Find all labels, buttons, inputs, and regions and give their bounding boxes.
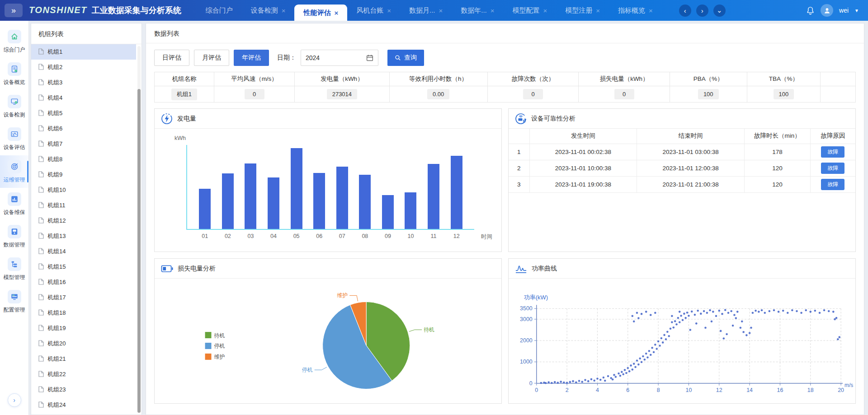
unit-item-机组15[interactable]: 机组15 — [31, 259, 136, 275]
tab-close-icon[interactable]: × — [387, 7, 391, 14]
unit-item-机组2[interactable]: 机组2 — [31, 60, 136, 75]
legend-marker-待机[interactable] — [205, 332, 212, 338]
x-tick-label: 0 — [535, 387, 538, 393]
sidebar-expand-button[interactable]: › — [8, 393, 21, 407]
home-icon — [8, 30, 21, 43]
unit-list-scrollbar-thumb[interactable] — [137, 89, 141, 413]
eval-button-日评估[interactable]: 日评估 — [154, 50, 189, 66]
unit-item-机组14[interactable]: 机组14 — [31, 244, 136, 259]
nav-tab-设备检测[interactable]: 设备检测× — [242, 0, 295, 21]
reliability-cell: 2023-11-01 21:00:38 — [637, 176, 745, 192]
legend-label-维护[interactable]: 维护 — [214, 354, 225, 360]
tab-close-icon[interactable]: × — [439, 7, 443, 14]
nav-tab-性能评估[interactable]: 性能评估× — [294, 5, 347, 21]
main-layout: 综合门户设备概览设备检测设备评估运维管理设备维保数据管理模型管理配置管理› 机组… — [0, 21, 868, 415]
calendar-icon[interactable] — [366, 54, 373, 61]
y-tick-label: 2000 — [520, 337, 533, 344]
eval-button-年评估[interactable]: 年评估 — [234, 50, 269, 66]
legend-label-停机[interactable]: 停机 — [214, 343, 225, 349]
unit-item-机组23[interactable]: 机组23 — [31, 382, 136, 397]
device-signal-icon — [515, 113, 527, 125]
sidebar-item-数据管理[interactable]: 数据管理 — [0, 220, 28, 253]
unit-item-机组19[interactable]: 机组19 — [31, 321, 136, 336]
unit-item-机组13[interactable]: 机组13 — [31, 228, 136, 244]
unit-item-机组20[interactable]: 机组20 — [31, 336, 136, 351]
tab-scroll-left-button[interactable]: ‹ — [679, 5, 691, 17]
unit-item-机组9[interactable]: 机组9 — [31, 167, 136, 182]
sidebar-item-设备概览[interactable]: 设备概览 — [0, 58, 28, 90]
date-picker[interactable] — [301, 50, 378, 66]
sidebar-item-模型管理[interactable]: 模型管理 — [0, 253, 28, 285]
tab-close-icon[interactable]: × — [334, 9, 338, 17]
summary-cell: 0 — [487, 86, 579, 103]
unit-item-机组4[interactable]: 机组4 — [31, 90, 136, 106]
fault-button[interactable]: 故障 — [821, 146, 844, 158]
unit-item-机组1[interactable]: 机组1 — [31, 44, 136, 60]
unit-item-机组5[interactable]: 机组5 — [31, 106, 136, 121]
bar — [291, 148, 302, 229]
legend-marker-停机[interactable] — [205, 343, 212, 349]
tab-close-icon[interactable]: × — [543, 7, 547, 14]
tab-menu-button[interactable]: ⌄ — [713, 5, 726, 17]
unit-item-机组22[interactable]: 机组22 — [31, 367, 136, 382]
content-panel: 数据列表 日评估月评估年评估 日期： 查询 机组名称平均风速（m/s）发电量（k… — [146, 23, 864, 415]
notification-bell-icon[interactable] — [806, 6, 815, 15]
battery-icon — [161, 264, 173, 274]
sidebar-item-运维管理[interactable]: 运维管理 — [0, 155, 28, 188]
loss-panel-header: 损失电量分析 — [155, 259, 501, 279]
sidebar-item-label: 运维管理 — [4, 176, 25, 184]
reliability-cell: 2023-11-01 12:00:38 — [637, 160, 745, 176]
sidebar-item-综合门户[interactable]: 综合门户 — [0, 25, 28, 58]
tab-label: 综合门户 — [206, 6, 233, 15]
unit-item-机组7[interactable]: 机组7 — [31, 136, 136, 152]
unit-item-机组3[interactable]: 机组3 — [31, 75, 136, 90]
summary-column-header: 发电量（kWh） — [295, 72, 389, 86]
sidebar-item-设备评估[interactable]: 设备评估 — [0, 123, 28, 155]
sidebar-item-设备维保[interactable]: 设备维保 — [0, 188, 28, 220]
nav-tab-数据月...[interactable]: 数据月...× — [400, 0, 452, 21]
unit-item-机组6[interactable]: 机组6 — [31, 121, 136, 136]
sidebar-item-配置管理[interactable]: 配置管理 — [0, 285, 28, 318]
sidebar-item-设备检测[interactable]: 设备检测 — [0, 90, 28, 123]
sidebar-item-label: 配置管理 — [4, 306, 25, 314]
query-button[interactable]: 查询 — [387, 50, 424, 66]
nav-tab-模型注册[interactable]: 模型注册× — [556, 0, 609, 21]
unit-item-机组16[interactable]: 机组16 — [31, 275, 136, 290]
fault-button[interactable]: 故障 — [821, 163, 844, 174]
nav-tab-综合门户[interactable]: 综合门户 — [197, 0, 242, 21]
tab-label: 数据年... — [461, 6, 487, 15]
unit-item-机组10[interactable]: 机组10 — [31, 182, 136, 198]
nav-tab-模型配置[interactable]: 模型配置× — [504, 0, 557, 21]
unit-item-机组17[interactable]: 机组17 — [31, 290, 136, 305]
tab-close-icon[interactable]: × — [282, 7, 286, 14]
fault-button[interactable]: 故障 — [821, 179, 844, 190]
tab-close-icon[interactable]: × — [649, 7, 653, 14]
nav-tab-风机台账[interactable]: 风机台账× — [347, 0, 400, 21]
power-curve-panel: 功率曲线 0100020003000350002468101214161820功… — [508, 258, 856, 404]
unit-item-机组11[interactable]: 机组11 — [31, 198, 136, 213]
unit-item-机组12[interactable]: 机组12 — [31, 213, 136, 228]
file-icon — [38, 248, 44, 256]
unit-item-机组21[interactable]: 机组21 — [31, 351, 136, 367]
y-tick-label: 3500 — [520, 305, 533, 312]
date-input[interactable] — [306, 54, 363, 61]
pulse-wave-icon — [515, 263, 527, 274]
tab-label: 数据月... — [409, 6, 435, 15]
tab-close-icon[interactable]: × — [491, 7, 495, 14]
eval-button-月评估[interactable]: 月评估 — [194, 50, 229, 66]
unit-item-机组8[interactable]: 机组8 — [31, 152, 136, 167]
legend-label-待机[interactable]: 待机 — [214, 332, 225, 339]
unit-item-机组24[interactable]: 机组24 — [31, 397, 136, 413]
unit-item-机组18[interactable]: 机组18 — [31, 305, 136, 321]
tab-scroll-right-button[interactable]: › — [696, 5, 708, 17]
user-avatar[interactable] — [821, 4, 833, 17]
nav-tab-指标概览[interactable]: 指标概览× — [609, 0, 662, 21]
legend-marker-维护[interactable] — [205, 354, 212, 360]
nav-tab-数据年...[interactable]: 数据年...× — [452, 0, 503, 21]
sidebar-collapse-button[interactable]: » — [5, 4, 23, 17]
user-menu-caret-icon[interactable]: ▼ — [854, 8, 859, 13]
tab-close-icon[interactable]: × — [596, 7, 600, 14]
unit-item-label: 机组2 — [47, 63, 62, 71]
lightning-icon — [161, 113, 173, 125]
username-label: wei — [839, 7, 849, 14]
